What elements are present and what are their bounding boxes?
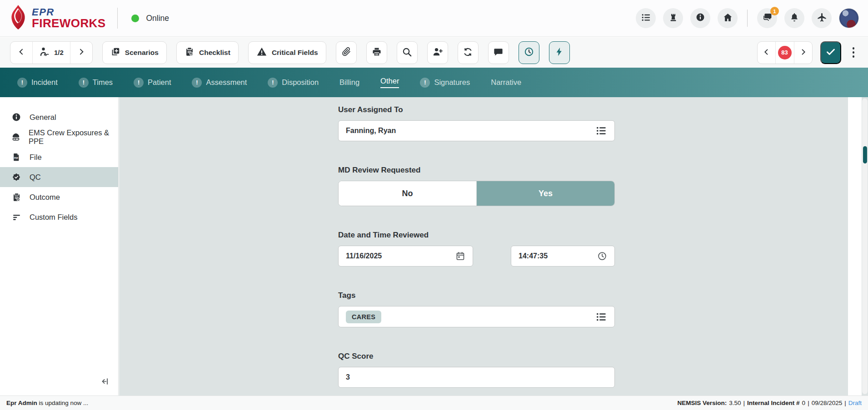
user-assigned-to-value: Fanning, Ryan [346, 127, 595, 135]
more-options-button[interactable] [849, 47, 858, 58]
sync-button[interactable] [458, 41, 479, 64]
checklist-label: Checklist [199, 49, 230, 57]
md-review-option-yes[interactable]: Yes [477, 181, 614, 206]
tag-chip[interactable]: CARES [346, 311, 381, 323]
airplane-icon [817, 12, 827, 25]
date-reviewed-value: 11/16/2025 [346, 252, 455, 260]
save-button[interactable] [820, 41, 841, 64]
pdf-file-icon: PDF [11, 153, 22, 162]
messages-button[interactable]: 1 [757, 8, 777, 28]
field-qc-score: QC Score 3 [338, 352, 615, 388]
field-label: Tags [338, 291, 615, 300]
alert-icon [79, 78, 89, 88]
home-button[interactable] [718, 8, 738, 28]
menu-list-button[interactable] [636, 8, 656, 28]
tab-narrative[interactable]: Narrative [491, 78, 521, 87]
record-pager: 1/2 [10, 41, 93, 64]
date-reviewed-input[interactable]: 11/16/2025 [338, 246, 473, 267]
previous-record-button[interactable] [10, 42, 33, 64]
alert-icon [134, 78, 144, 88]
change-count-badge: 83 [778, 46, 792, 59]
rook-button[interactable] [663, 8, 683, 28]
transport-button[interactable] [812, 8, 832, 28]
tab-assessment[interactable]: Assessment [192, 78, 247, 88]
chevron-left-icon [17, 47, 26, 58]
record-position[interactable]: 1/2 [33, 42, 70, 64]
field-label: MD Review Requested [338, 166, 615, 175]
add-crew-button[interactable] [427, 41, 448, 64]
scrollbar-thumb[interactable] [863, 146, 867, 163]
custom-fields-icon [11, 212, 22, 222]
field-md-review-requested: MD Review Requested No Yes [338, 166, 615, 206]
previous-change-button[interactable] [758, 42, 776, 64]
quick-actions-button[interactable] [549, 41, 570, 64]
avatar[interactable] [839, 8, 859, 28]
checklist-button[interactable]: Checklist [176, 41, 239, 64]
tab-disposition[interactable]: Disposition [268, 78, 319, 88]
tab-billing[interactable]: Billing [339, 78, 359, 87]
list-picker-icon[interactable] [595, 125, 607, 137]
md-review-option-no[interactable]: No [339, 181, 477, 206]
rook-icon [668, 13, 678, 24]
header-divider [117, 8, 118, 29]
notifications-button[interactable] [784, 8, 804, 28]
scenarios-button[interactable]: Scenarios [102, 41, 167, 64]
list-icon [641, 12, 651, 25]
online-status-dot [131, 15, 139, 22]
print-button[interactable] [366, 41, 387, 64]
search-button[interactable] [397, 41, 418, 64]
status-bar: Epr Admin is updating now ... NEMSIS Ver… [0, 395, 868, 410]
info-icon [695, 12, 705, 24]
qc-score-input[interactable]: 3 [338, 367, 615, 388]
scrollbar-track[interactable] [862, 99, 868, 394]
list-picker-icon[interactable] [595, 311, 607, 323]
tab-patient[interactable]: Patient [134, 78, 171, 88]
search-icon [402, 47, 412, 59]
record-toolbar: 1/2 Scenarios Checklist Critical Fields [0, 37, 868, 68]
paperclip-icon [341, 47, 351, 58]
logo-text-epr: EPR [32, 7, 105, 17]
person-add-icon [432, 46, 443, 59]
time-reviewed-value: 14:47:35 [519, 252, 597, 260]
times-quick-entry-button[interactable] [519, 41, 539, 64]
tags-input[interactable]: CARES [338, 306, 615, 327]
chat-icon [762, 12, 773, 25]
sidebar-item-outcome[interactable]: Outcome [0, 187, 118, 207]
critical-fields-button[interactable]: Critical Fields [248, 41, 326, 64]
clock-icon[interactable] [597, 251, 607, 261]
field-label: QC Score [338, 352, 615, 361]
next-change-button[interactable] [794, 42, 812, 64]
qc-score-value: 3 [346, 373, 607, 381]
next-record-button[interactable] [70, 42, 92, 64]
time-reviewed-input[interactable]: 14:47:35 [511, 246, 615, 267]
sidebar-item-general[interactable]: General [0, 107, 118, 127]
alert-icon [268, 78, 278, 88]
collapse-sidebar-button[interactable] [100, 376, 110, 388]
field-tags: Tags CARES [338, 291, 615, 327]
tab-incident[interactable]: Incident [17, 78, 58, 88]
info-button[interactable] [690, 8, 710, 28]
sidebar-item-qc[interactable]: QC [0, 167, 118, 187]
alert-icon [420, 78, 430, 88]
alert-icon [17, 78, 27, 88]
warning-triangle-icon [256, 46, 267, 59]
sidebar-item-ems-crew-exposures[interactable]: EMS Crew Exposures & PPE [0, 127, 118, 147]
logo-text-fireworks: FIREWORKS [32, 17, 105, 30]
tab-signatures[interactable]: Signatures [420, 78, 470, 88]
sidebar-item-file[interactable]: PDF File [0, 147, 118, 167]
critical-fields-label: Critical Fields [272, 49, 318, 57]
draft-status-link[interactable]: Draft [848, 400, 862, 406]
tab-other[interactable]: Other [380, 77, 399, 88]
comments-button[interactable] [488, 41, 509, 64]
messages-count-badge: 1 [770, 7, 779, 15]
app-header: EPR FIREWORKS Online [0, 0, 868, 37]
other-section-sidebar: General EMS Crew Exposures & PPE PDF Fil… [0, 97, 119, 395]
user-assigned-to-input[interactable]: Fanning, Ryan [338, 120, 615, 141]
sidebar-item-custom-fields[interactable]: Custom Fields [0, 207, 118, 227]
comment-icon [493, 47, 504, 59]
md-review-toggle: No Yes [338, 181, 615, 206]
attachments-button[interactable] [336, 41, 357, 64]
app-logo: EPR FIREWORKS [9, 5, 105, 32]
calendar-icon[interactable] [455, 251, 465, 261]
tab-times[interactable]: Times [79, 78, 113, 88]
